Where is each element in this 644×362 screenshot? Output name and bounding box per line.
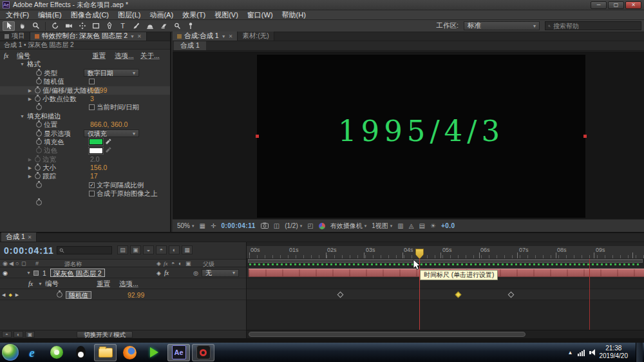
exposure-value[interactable]: +0.0 [441, 222, 455, 229]
roto-brush-tool[interactable] [171, 21, 183, 31]
help-search-input[interactable] [553, 23, 638, 30]
stopwatch-icon[interactable] [36, 131, 42, 137]
keyframe-icon[interactable] [337, 292, 344, 298]
graph-editor-icon[interactable]: ▦ [182, 245, 193, 254]
taskbar-after-effects-icon[interactable]: Ae [167, 344, 190, 361]
stopwatch-icon[interactable] [36, 104, 42, 110]
pen-tool[interactable] [103, 21, 115, 31]
stopwatch-icon[interactable] [35, 173, 41, 179]
camera-dropdown[interactable]: 有效摄像机 [330, 222, 367, 231]
workspace-dropdown[interactable]: 标准 [464, 21, 540, 30]
tab-close-icon[interactable]: ✕ [229, 33, 233, 39]
mini-flowchart-icon[interactable]: ▤ [419, 222, 424, 229]
layer-name[interactable]: 深灰色 固态层 2 [50, 269, 105, 277]
resolution-dropdown[interactable]: (1/2) [285, 222, 302, 229]
timeline-options-button[interactable]: 选项... [119, 280, 138, 289]
layer-row[interactable]: ◉ ▼ 1 深灰色 固态层 2 ◈ fx ◎ 无 [0, 267, 246, 278]
layer-handle-left[interactable] [256, 135, 259, 138]
current-time-checkbox[interactable] [89, 104, 95, 110]
magnification-dropdown[interactable]: 50% [177, 222, 194, 229]
fill-color-swatch[interactable] [89, 138, 103, 145]
menu-file[interactable]: 文件(F) [1, 10, 33, 20]
effect-name[interactable]: 编号 [17, 52, 30, 60]
expand-layers-icon[interactable]: ◓ [2, 331, 12, 338]
snapshot-icon[interactable] [261, 222, 269, 230]
taskbar-recorder-icon[interactable] [192, 344, 214, 361]
menu-view[interactable]: 视图(V) [210, 10, 243, 20]
motion-blur-icon[interactable]: ◐ [169, 245, 180, 254]
taskbar-ie-icon[interactable]: e [21, 344, 43, 361]
tab-close-icon[interactable]: ✕ [28, 234, 32, 240]
brush-tool[interactable] [130, 21, 142, 31]
taskbar-clock[interactable]: 21:38 2019/4/20 [600, 345, 629, 360]
stopwatch-icon[interactable] [35, 96, 41, 102]
stopwatch-icon[interactable] [35, 165, 41, 171]
current-timecode[interactable]: 0:00:04:11 [4, 245, 54, 256]
puppet-pin-tool[interactable] [184, 21, 196, 31]
pixel-aspect-icon[interactable]: ▥ [397, 222, 403, 229]
network-icon[interactable] [578, 349, 585, 356]
frame-blend-toggle-icon[interactable]: ◐ [14, 331, 23, 338]
tracking-value[interactable]: 17 [90, 172, 98, 180]
text-tool[interactable]: T [117, 21, 129, 31]
fast-preview-icon[interactable]: ◬ [409, 222, 414, 229]
rotate-tool[interactable] [49, 21, 61, 31]
hand-tool[interactable] [16, 21, 28, 31]
property-name[interactable]: 随机值 [66, 291, 91, 299]
taskbar-browser-icon[interactable] [45, 344, 68, 361]
menu-composition[interactable]: 图像合成(C) [66, 10, 113, 20]
frame-blend-icon[interactable]: ◓ [156, 245, 167, 254]
composite-checkbox[interactable] [89, 191, 95, 196]
group-fill-row[interactable]: ▼填充和描边 [0, 112, 170, 120]
effect-reset-button[interactable]: 重置 [92, 52, 106, 60]
camera-tool[interactable] [62, 21, 75, 31]
taskbar-media-icon[interactable] [143, 344, 166, 361]
time-ruler[interactable]: 00s 01s 02s 03s 04s 05s 06s 07s 08s 09s [247, 246, 644, 259]
twirl-icon[interactable]: ▶ [27, 86, 33, 95]
twirl-icon[interactable]: ▶ [27, 95, 33, 103]
region-of-interest-icon[interactable]: ◰ [307, 222, 313, 229]
mask-shape-tool[interactable] [90, 21, 102, 31]
pan-behind-tool[interactable] [76, 21, 88, 31]
taskbar-explorer-icon[interactable] [94, 344, 117, 361]
proportional-checkbox[interactable]: ✓ [89, 182, 95, 188]
work-area-bar[interactable] [248, 259, 643, 263]
stopwatch-icon[interactable] [36, 200, 42, 205]
preview-timecode[interactable]: 0:00:04:11 [221, 222, 255, 229]
twirl-icon[interactable]: ▼ [26, 271, 32, 275]
size-value[interactable]: 156.0 [90, 164, 107, 172]
timeline-search-input[interactable] [66, 247, 109, 254]
parent-pickwhip-icon[interactable]: ◎ [193, 270, 198, 276]
effect-row[interactable]: fx ▼编号 重置 选项... [0, 278, 246, 289]
view-layout-dropdown[interactable]: 1视图 [372, 222, 392, 231]
display-options-dropdown[interactable]: 仅填充 [84, 129, 139, 137]
twirl-icon[interactable]: ▼ [19, 112, 25, 120]
composition-frame[interactable]: 1995/4/3 [257, 55, 585, 218]
quality-switch-icon[interactable]: ◈ [156, 270, 161, 276]
menu-help[interactable]: 帮助(H) [278, 10, 310, 20]
stroke-width-value[interactable]: 2.0 [90, 155, 100, 164]
timeline-effect-name[interactable]: 编号 [45, 280, 59, 289]
selection-tool[interactable] [3, 21, 15, 31]
tray-expand-icon[interactable]: ▲ [568, 350, 573, 356]
layer-color-chip[interactable] [33, 271, 39, 276]
scrollbar-thumb[interactable] [249, 332, 526, 337]
eraser-tool[interactable] [157, 21, 169, 31]
twirl-icon[interactable]: ▶ [27, 172, 33, 180]
taskbar-qq-icon[interactable] [70, 344, 92, 361]
close-button[interactable]: ✕ [625, 1, 641, 9]
add-keyframe-icon[interactable]: ◆ [8, 292, 13, 298]
stopwatch-icon[interactable] [36, 122, 42, 128]
mini-flowchart-icon[interactable]: ▤ [117, 245, 128, 254]
fx-switch-icon[interactable]: fx [164, 269, 169, 276]
minimize-button[interactable]: ─ [591, 1, 607, 9]
clone-stamp-tool[interactable] [144, 21, 156, 31]
next-keyframe-icon[interactable]: ▶ [15, 292, 20, 298]
property-value[interactable]: 92.99 [128, 291, 144, 299]
menu-effect[interactable]: 效果(T) [178, 10, 210, 20]
show-desktop-button[interactable] [636, 343, 643, 362]
decimal-number[interactable]: 3 [90, 95, 94, 103]
maximize-button[interactable]: ▢ [608, 1, 624, 9]
exposure-icon[interactable]: ☀ [430, 222, 436, 229]
eyedropper-icon[interactable] [105, 138, 111, 146]
